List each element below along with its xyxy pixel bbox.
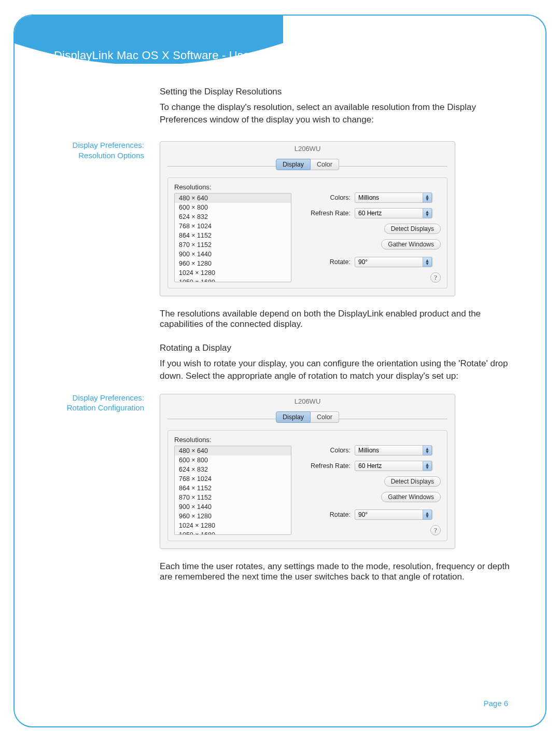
label-colors: Colors:	[301, 447, 355, 454]
tab-group: Display Color	[276, 411, 339, 423]
section-text: Rotating a Display If you wish to rotate…	[160, 342, 514, 382]
row-rotate: Rotate: 90° ▲▼	[301, 257, 441, 267]
list-item[interactable]: 870 × 1152	[175, 493, 291, 502]
tabs-row: Display Color	[167, 159, 447, 174]
paragraph: To change the display's resolution, sele…	[160, 101, 514, 126]
stepper-icon: ▲▼	[423, 192, 432, 203]
resolutions-column: Resolutions: 480 × 640 600 × 800 624 × 8…	[174, 183, 293, 283]
screenshot-container: L206WU Display Color Resolutions:	[160, 138, 514, 296]
list-item[interactable]: 900 × 1440	[175, 502, 291, 512]
colors-select[interactable]: Millions ▲▼	[355, 192, 432, 203]
stepper-icon: ▲▼	[423, 509, 432, 520]
display-prefs-window: L206WU Display Color Resolutions:	[160, 394, 455, 549]
rotate-select[interactable]: 90° ▲▼	[355, 509, 432, 520]
heading-rotation: Rotating a Display	[160, 342, 514, 354]
stepper-icon: ▲▼	[423, 257, 432, 267]
list-item[interactable]: 960 × 1280	[175, 259, 291, 268]
row-text-after-1: The resolutions available depend on both…	[46, 309, 514, 329]
buttons-row: Gather Windows	[301, 492, 441, 502]
buttons-row: Gather Windows	[301, 239, 441, 250]
list-item[interactable]: 900 × 1440	[175, 250, 291, 259]
select-value: 60 Hertz	[358, 210, 382, 217]
margin-note-rotation: Display Preferences: Rotation Configurat…	[46, 391, 144, 549]
list-item[interactable]: 1050 × 1680	[175, 278, 291, 282]
paragraph: Each time the user rotates, any settings…	[160, 561, 514, 582]
list-item[interactable]: 1050 × 1680	[175, 530, 291, 535]
window-title: L206WU	[160, 142, 455, 153]
help-row: ?	[301, 272, 441, 283]
select-value: 90°	[358, 258, 368, 266]
buttons-row: Detect Displays	[301, 224, 441, 234]
page: DisplayLink Mac OS X Software - User Gui…	[0, 0, 560, 744]
section-resolution-intro: Setting the Display Resolutions To chang…	[46, 86, 514, 126]
list-item[interactable]: 864 × 1152	[175, 231, 291, 240]
tabs-row: Display Color	[167, 411, 447, 427]
list-item[interactable]: 600 × 800	[175, 456, 291, 465]
refresh-rate-select[interactable]: 60 Hertz ▲▼	[355, 461, 432, 471]
rotate-select[interactable]: 90° ▲▼	[355, 257, 432, 267]
row-colors: Colors: Millions ▲▼	[301, 192, 441, 203]
doc-title: DisplayLink Mac OS X Software - User Gui…	[54, 49, 288, 62]
section-text: Setting the Display Resolutions To chang…	[160, 86, 514, 126]
margin-note-resolution: Display Preferences: Resolution Options	[46, 138, 144, 296]
detect-displays-button[interactable]: Detect Displays	[384, 224, 441, 234]
list-item[interactable]: 870 × 1152	[175, 240, 291, 250]
tab-color[interactable]: Color	[311, 159, 339, 170]
row-refresh-rate: Refresh Rate: 60 Hertz ▲▼	[301, 208, 441, 218]
paragraph: The resolutions available depend on both…	[160, 309, 514, 329]
margin-note-line: Display Preferences:	[46, 393, 144, 403]
margin-note-line: Rotation Configuration	[46, 403, 144, 413]
label-colors: Colors:	[301, 194, 355, 201]
screenshot-container: L206WU Display Color Resolutions:	[160, 391, 514, 549]
prefs-body: Resolutions: 480 × 640 600 × 800 624 × 8…	[167, 177, 447, 288]
list-item[interactable]: 600 × 800	[175, 203, 291, 212]
tab-display[interactable]: Display	[276, 159, 311, 170]
resolutions-list[interactable]: 480 × 640 600 × 800 624 × 832 768 × 1024…	[174, 193, 291, 282]
prefs-grid: Resolutions: 480 × 640 600 × 800 624 × 8…	[174, 183, 441, 283]
list-item[interactable]: 624 × 832	[175, 212, 291, 222]
list-item[interactable]: 480 × 640	[175, 446, 291, 456]
display-prefs-window: L206WU Display Color Resolutions:	[160, 141, 455, 296]
settings-column: Colors: Millions ▲▼ Refresh Rate:	[301, 183, 441, 283]
tab-color[interactable]: Color	[311, 411, 339, 423]
tab-display[interactable]: Display	[276, 411, 311, 423]
list-item[interactable]: 1024 × 1280	[175, 268, 291, 278]
row-colors: Colors: Millions ▲▼	[301, 445, 441, 456]
page-number: Page 6	[483, 699, 508, 708]
refresh-rate-select[interactable]: 60 Hertz ▲▼	[355, 208, 432, 218]
window-title: L206WU	[160, 394, 455, 405]
settings-column: Colors: Millions ▲▼ Refresh Rate:	[301, 436, 441, 535]
help-row: ?	[301, 525, 441, 535]
stepper-icon: ▲▼	[423, 461, 432, 471]
list-item[interactable]: 768 × 1024	[175, 222, 291, 231]
resolutions-list[interactable]: 480 × 640 600 × 800 624 × 832 768 × 1024…	[174, 446, 291, 535]
margin-note-line: Display Preferences:	[46, 140, 144, 150]
gather-windows-button[interactable]: Gather Windows	[381, 239, 441, 250]
list-item[interactable]: 1024 × 1280	[175, 521, 291, 530]
label-rotate: Rotate:	[301, 511, 355, 518]
list-item[interactable]: 960 × 1280	[175, 512, 291, 521]
list-item[interactable]: 864 × 1152	[175, 484, 291, 493]
list-item[interactable]: 768 × 1024	[175, 474, 291, 484]
list-item[interactable]: 624 × 832	[175, 465, 291, 474]
gather-windows-button[interactable]: Gather Windows	[381, 492, 441, 502]
help-button[interactable]: ?	[430, 272, 441, 283]
paragraph: If you wish to rotate your display, you …	[160, 357, 514, 382]
help-button[interactable]: ?	[430, 525, 441, 535]
detect-displays-button[interactable]: Detect Displays	[384, 476, 441, 487]
section-rotation-intro: Rotating a Display If you wish to rotate…	[46, 342, 514, 382]
page-frame: DisplayLink Mac OS X Software - User Gui…	[13, 15, 547, 727]
stepper-icon: ▲▼	[423, 445, 432, 456]
row-screenshot-1: Display Preferences: Resolution Options …	[46, 138, 514, 296]
resolutions-label: Resolutions:	[174, 183, 293, 191]
colors-select[interactable]: Millions ▲▼	[355, 445, 432, 456]
prefs-grid: Resolutions: 480 × 640 600 × 800 624 × 8…	[174, 436, 441, 535]
page-body: Setting the Display Resolutions To chang…	[15, 86, 545, 726]
buttons-row: Detect Displays	[301, 476, 441, 487]
resolutions-column: Resolutions: 480 × 640 600 × 800 624 × 8…	[174, 436, 293, 535]
select-value: Millions	[358, 194, 379, 201]
list-item[interactable]: 480 × 640	[175, 194, 291, 203]
select-value: 60 Hertz	[358, 462, 382, 470]
tab-group: Display Color	[276, 159, 339, 170]
row-screenshot-2: Display Preferences: Rotation Configurat…	[46, 391, 514, 549]
